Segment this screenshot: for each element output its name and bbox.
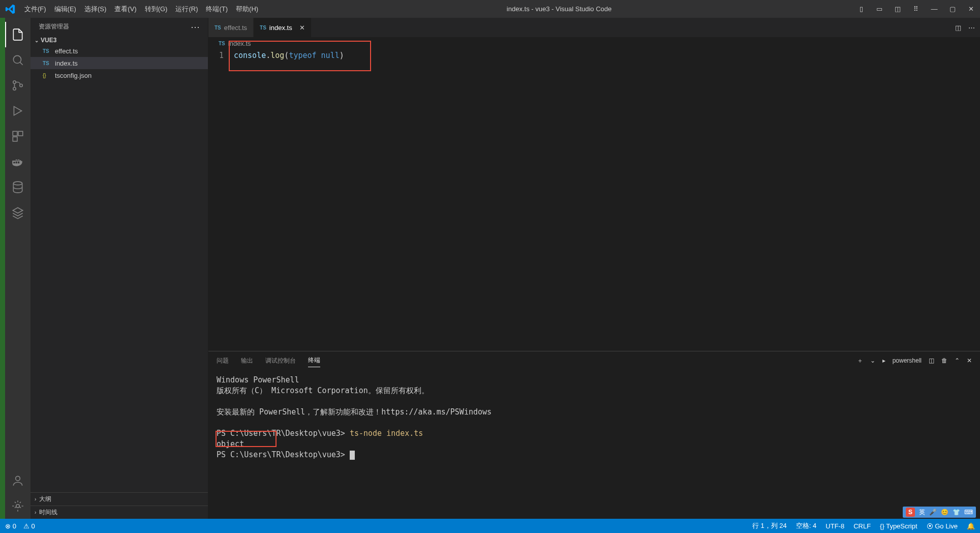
ime-skin-icon[interactable]: 👕 — [953, 509, 960, 516]
status-errors[interactable]: ⊗ 0 — [5, 522, 16, 530]
ime-toolbox-icon[interactable]: ⌨ — [964, 509, 973, 516]
sidebar-title: 资源管理器 — [39, 22, 69, 31]
bottom-panel: 问题 输出 调试控制台 终端 ＋ ⌄ ▸ powershell ◫ 🗑 ⌃ ✕ … — [208, 351, 980, 519]
breadcrumb-file: index.ts — [228, 40, 251, 47]
editor-area: TS effect.ts TS index.ts ✕ ◫ ⋯ TS index.… — [208, 18, 980, 519]
menu-go[interactable]: 转到(G) — [141, 3, 172, 16]
section-label: 时间线 — [39, 508, 57, 517]
terminal-body[interactable]: Windows PowerShell 版权所有（C） Microsoft Cor… — [208, 370, 980, 519]
activity-extensions-icon[interactable] — [5, 124, 30, 149]
terminal-line: 版权所有（C） Microsoft Corporation。保留所有权利。 — [217, 386, 972, 396]
panel-tab-terminal[interactable]: 终端 — [308, 354, 320, 367]
project-root[interactable]: ⌄ VUE3 — [30, 36, 208, 45]
panel-tab-output[interactable]: 输出 — [241, 354, 253, 367]
ts-file-icon: TS — [219, 41, 225, 46]
activity-docker-icon[interactable] — [5, 149, 30, 174]
menu-run[interactable]: 运行(R) — [171, 3, 202, 16]
panel-maximize-icon[interactable]: ⌃ — [955, 357, 960, 364]
ime-voice-icon[interactable]: 🎤 — [929, 509, 937, 516]
chevron-down-icon: ⌄ — [35, 38, 39, 43]
section-timeline[interactable]: › 时间线 — [30, 506, 208, 519]
ime-logo-icon: S — [906, 508, 915, 517]
panel-tab-problems[interactable]: 问题 — [217, 354, 229, 367]
panel-close-icon[interactable]: ✕ — [967, 357, 972, 364]
window-maximize-icon[interactable]: ▢ — [947, 5, 958, 13]
json-file-icon: {} — [43, 73, 51, 78]
svg-rect-5 — [18, 131, 23, 136]
activity-run-debug-icon[interactable] — [5, 98, 30, 124]
status-bar: ⊗ 0 ⚠ 0 行 1，列 24 空格: 4 UTF-8 CRLF {} Typ… — [0, 519, 980, 533]
tab-label: index.ts — [269, 24, 292, 32]
activity-settings-icon[interactable] — [5, 493, 30, 519]
breadcrumb[interactable]: TS index.ts — [208, 37, 980, 50]
terminal-kill-icon[interactable]: 🗑 — [941, 357, 947, 364]
ime-emoji-icon[interactable]: 😊 — [941, 509, 948, 516]
layout-secondary-side-icon[interactable]: ◫ — [893, 5, 903, 13]
status-language[interactable]: {} TypeScript — [880, 522, 917, 530]
sidebar-more-icon[interactable]: ⋯ — [191, 21, 200, 33]
terminal-profile-label[interactable]: powershell — [893, 357, 922, 364]
terminal-line: PS C:\Users\TR\Desktop\vue3> ts-node ind… — [217, 428, 972, 439]
menu-help[interactable]: 帮助(H) — [232, 3, 262, 16]
status-spaces[interactable]: 空格: 4 — [796, 521, 816, 530]
line-number: 1 — [208, 51, 224, 60]
ime-lang-label[interactable]: 英 — [919, 508, 925, 517]
menu-selection[interactable]: 选择(S) — [80, 3, 110, 16]
svg-point-0 — [13, 55, 21, 63]
line-gutter: 1 — [208, 50, 234, 351]
svg-point-7 — [13, 182, 22, 185]
svg-point-2 — [13, 87, 16, 90]
status-go-live[interactable]: ⦿ Go Live — [927, 522, 958, 530]
status-line-col[interactable]: 行 1，列 24 — [752, 521, 787, 530]
section-outline[interactable]: › 大纲 — [30, 492, 208, 506]
file-item-effect-ts[interactable]: TS effect.ts — [30, 45, 208, 57]
terminal-dropdown-icon[interactable]: ⌄ — [870, 357, 875, 364]
menu-view[interactable]: 查看(V) — [110, 3, 140, 16]
menu-bar: 文件(F) 编辑(E) 选择(S) 查看(V) 转到(G) 运行(R) 终端(T… — [20, 3, 262, 16]
activity-search-icon[interactable] — [5, 47, 30, 73]
tab-close-icon[interactable]: ✕ — [299, 24, 305, 32]
editor-tabs: TS effect.ts TS index.ts ✕ ◫ ⋯ — [208, 18, 980, 37]
window-minimize-icon[interactable]: — — [929, 5, 939, 13]
tab-more-icon[interactable]: ⋯ — [968, 24, 975, 32]
file-name: effect.ts — [55, 47, 78, 55]
vscode-logo-icon — [4, 3, 16, 15]
activity-account-icon[interactable] — [5, 468, 30, 493]
code-line-1: console.log(typeof null) — [234, 51, 980, 60]
svg-point-8 — [16, 476, 20, 481]
section-label: 大纲 — [39, 495, 51, 504]
activity-source-control-icon[interactable] — [5, 73, 30, 98]
code-editor[interactable]: 1 console.log(typeof null) — [208, 50, 980, 351]
chevron-right-icon: › — [35, 496, 36, 502]
menu-file[interactable]: 文件(F) — [20, 3, 50, 16]
terminal-shell-icon: ▸ — [882, 357, 885, 364]
status-eol[interactable]: CRLF — [853, 522, 871, 530]
status-encoding[interactable]: UTF-8 — [825, 522, 844, 530]
layout-primary-side-icon[interactable]: ▯ — [856, 5, 866, 13]
tab-index-ts[interactable]: TS index.ts ✕ — [254, 18, 312, 37]
window-close-icon[interactable]: ✕ — [966, 5, 976, 13]
layout-customize-icon[interactable]: ⠿ — [911, 5, 921, 13]
layout-panel-icon[interactable]: ▭ — [874, 5, 884, 13]
activity-layers-icon[interactable] — [5, 200, 30, 225]
activity-explorer-icon[interactable] — [5, 22, 30, 47]
menu-terminal[interactable]: 终端(T) — [202, 3, 232, 16]
tab-effect-ts[interactable]: TS effect.ts — [208, 18, 254, 37]
status-warnings[interactable]: ⚠ 0 — [23, 522, 35, 530]
split-editor-icon[interactable]: ◫ — [955, 24, 961, 32]
terminal-new-icon[interactable]: ＋ — [857, 357, 863, 365]
menu-edit[interactable]: 编辑(E) — [50, 3, 80, 16]
panel-tab-debug-console[interactable]: 调试控制台 — [265, 354, 296, 367]
terminal-split-icon[interactable]: ◫ — [929, 357, 934, 364]
minimap[interactable] — [929, 50, 980, 351]
activity-database-icon[interactable] — [5, 174, 30, 200]
status-notifications-icon[interactable]: 🔔 — [967, 522, 975, 530]
titlebar: 文件(F) 编辑(E) 选择(S) 查看(V) 转到(G) 运行(R) 终端(T… — [0, 0, 980, 18]
file-name: tsconfig.json — [55, 72, 91, 79]
ts-file-icon: TS — [43, 48, 51, 54]
terminal-line: Windows PowerShell — [217, 375, 972, 386]
ts-file-icon: TS — [215, 25, 221, 31]
file-item-index-ts[interactable]: TS index.ts — [30, 57, 208, 69]
file-item-tsconfig-json[interactable]: {} tsconfig.json — [30, 69, 208, 81]
ime-toolbar[interactable]: S 英 🎤 😊 👕 ⌨ — [903, 507, 976, 518]
